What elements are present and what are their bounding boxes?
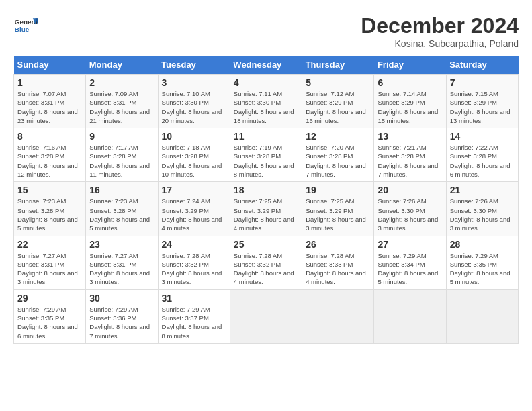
calendar-cell: 10Sunrise: 7:18 AMSunset: 3:28 PMDayligh… — [158, 128, 230, 182]
day-info: Sunrise: 7:23 AMSunset: 3:28 PMDaylight:… — [89, 197, 154, 232]
calendar-cell: 20Sunrise: 7:26 AMSunset: 3:30 PMDayligh… — [374, 182, 446, 236]
day-info: Sunrise: 7:28 AMSunset: 3:33 PMDaylight:… — [306, 251, 370, 287]
day-info: Sunrise: 7:20 AMSunset: 3:28 PMDaylight:… — [306, 143, 370, 179]
day-number: 11 — [234, 131, 298, 142]
header-day-monday: Monday — [86, 56, 158, 75]
day-info: Sunrise: 7:27 AMSunset: 3:31 PMDaylight:… — [89, 251, 154, 287]
day-number: 1 — [17, 77, 82, 88]
logo-icon: General Blue — [13, 13, 38, 38]
day-info: Sunrise: 7:21 AMSunset: 3:28 PMDaylight:… — [378, 143, 442, 179]
calendar-body: 1Sunrise: 7:07 AMSunset: 3:31 PMDaylight… — [14, 75, 519, 344]
day-info: Sunrise: 7:25 AMSunset: 3:29 PMDaylight:… — [234, 197, 298, 232]
day-number: 17 — [162, 185, 226, 195]
calendar-cell: 11Sunrise: 7:19 AMSunset: 3:28 PMDayligh… — [230, 128, 302, 182]
header-day-saturday: Saturday — [446, 56, 518, 75]
day-info: Sunrise: 7:18 AMSunset: 3:28 PMDaylight:… — [162, 143, 226, 179]
day-info: Sunrise: 7:16 AMSunset: 3:28 PMDaylight:… — [17, 143, 82, 179]
day-info: Sunrise: 7:29 AMSunset: 3:35 PMDaylight:… — [17, 305, 82, 340]
day-info: Sunrise: 7:24 AMSunset: 3:29 PMDaylight:… — [162, 197, 226, 232]
day-number: 24 — [162, 239, 226, 250]
day-info: Sunrise: 7:27 AMSunset: 3:31 PMDaylight:… — [17, 251, 82, 287]
day-number: 9 — [89, 131, 154, 142]
day-number: 27 — [378, 239, 442, 250]
calendar-cell: 15Sunrise: 7:23 AMSunset: 3:28 PMDayligh… — [14, 182, 86, 236]
calendar-cell: 3Sunrise: 7:10 AMSunset: 3:30 PMDaylight… — [158, 75, 230, 128]
calendar-cell: 14Sunrise: 7:22 AMSunset: 3:28 PMDayligh… — [446, 128, 518, 182]
day-number: 30 — [89, 293, 154, 304]
title-block: December 2024 Kosina, Subcarpathia, Pola… — [361, 13, 519, 49]
calendar-cell: 26Sunrise: 7:28 AMSunset: 3:33 PMDayligh… — [302, 236, 374, 289]
day-info: Sunrise: 7:10 AMSunset: 3:30 PMDaylight:… — [162, 89, 226, 125]
day-number: 20 — [378, 185, 442, 195]
calendar-table: SundayMondayTuesdayWednesdayThursdayFrid… — [13, 56, 519, 344]
day-info: Sunrise: 7:25 AMSunset: 3:29 PMDaylight:… — [306, 197, 370, 232]
day-info: Sunrise: 7:14 AMSunset: 3:29 PMDaylight:… — [378, 89, 442, 125]
day-info: Sunrise: 7:23 AMSunset: 3:28 PMDaylight:… — [17, 197, 82, 232]
day-info: Sunrise: 7:29 AMSunset: 3:35 PMDaylight:… — [450, 251, 515, 287]
day-info: Sunrise: 7:09 AMSunset: 3:31 PMDaylight:… — [89, 89, 154, 125]
day-info: Sunrise: 7:22 AMSunset: 3:28 PMDaylight:… — [450, 143, 515, 179]
calendar-cell: 5Sunrise: 7:12 AMSunset: 3:29 PMDaylight… — [302, 75, 374, 128]
calendar-cell: 7Sunrise: 7:15 AMSunset: 3:29 PMDaylight… — [446, 75, 518, 128]
calendar-cell: 25Sunrise: 7:28 AMSunset: 3:32 PMDayligh… — [230, 236, 302, 289]
day-number: 29 — [17, 293, 82, 304]
day-number: 14 — [450, 131, 515, 142]
logo: General Blue — [13, 13, 38, 38]
calendar-cell: 6Sunrise: 7:14 AMSunset: 3:29 PMDaylight… — [374, 75, 446, 128]
day-info: Sunrise: 7:12 AMSunset: 3:29 PMDaylight:… — [306, 89, 370, 125]
day-info: Sunrise: 7:26 AMSunset: 3:30 PMDaylight:… — [450, 197, 515, 232]
calendar-cell: 31Sunrise: 7:29 AMSunset: 3:37 PMDayligh… — [158, 289, 230, 343]
calendar-cell: 24Sunrise: 7:28 AMSunset: 3:32 PMDayligh… — [158, 236, 230, 289]
day-number: 2 — [89, 77, 154, 88]
day-number: 13 — [378, 131, 442, 142]
calendar-cell: 27Sunrise: 7:29 AMSunset: 3:34 PMDayligh… — [374, 236, 446, 289]
header-day-wednesday: Wednesday — [230, 56, 302, 75]
day-number: 6 — [378, 77, 442, 88]
calendar-cell — [302, 289, 374, 343]
day-info: Sunrise: 7:29 AMSunset: 3:34 PMDaylight:… — [378, 251, 442, 287]
calendar-cell: 8Sunrise: 7:16 AMSunset: 3:28 PMDaylight… — [14, 128, 86, 182]
day-info: Sunrise: 7:28 AMSunset: 3:32 PMDaylight:… — [162, 251, 226, 287]
day-info: Sunrise: 7:26 AMSunset: 3:30 PMDaylight:… — [378, 197, 442, 232]
day-number: 10 — [162, 131, 226, 142]
day-number: 7 — [450, 77, 515, 88]
calendar-cell: 18Sunrise: 7:25 AMSunset: 3:29 PMDayligh… — [230, 182, 302, 236]
calendar-week-2: 8Sunrise: 7:16 AMSunset: 3:28 PMDaylight… — [14, 128, 519, 182]
day-number: 25 — [234, 239, 298, 250]
day-info: Sunrise: 7:29 AMSunset: 3:37 PMDaylight:… — [162, 305, 226, 340]
calendar-cell: 4Sunrise: 7:11 AMSunset: 3:30 PMDaylight… — [230, 75, 302, 128]
calendar-week-4: 22Sunrise: 7:27 AMSunset: 3:31 PMDayligh… — [14, 236, 519, 289]
calendar-header: SundayMondayTuesdayWednesdayThursdayFrid… — [14, 56, 519, 75]
day-number: 21 — [450, 185, 515, 195]
calendar-cell — [446, 289, 518, 343]
header-day-thursday: Thursday — [302, 56, 374, 75]
header-day-tuesday: Tuesday — [158, 56, 230, 75]
day-number: 23 — [89, 239, 154, 250]
day-info: Sunrise: 7:19 AMSunset: 3:28 PMDaylight:… — [234, 143, 298, 179]
day-number: 16 — [89, 185, 154, 195]
day-number: 19 — [306, 185, 370, 195]
calendar-cell: 2Sunrise: 7:09 AMSunset: 3:31 PMDaylight… — [86, 75, 158, 128]
calendar-week-3: 15Sunrise: 7:23 AMSunset: 3:28 PMDayligh… — [14, 182, 519, 236]
day-info: Sunrise: 7:11 AMSunset: 3:30 PMDaylight:… — [234, 89, 298, 125]
day-number: 12 — [306, 131, 370, 142]
day-info: Sunrise: 7:17 AMSunset: 3:28 PMDaylight:… — [89, 143, 154, 179]
day-number: 8 — [17, 131, 82, 142]
day-number: 28 — [450, 239, 515, 250]
calendar-week-1: 1Sunrise: 7:07 AMSunset: 3:31 PMDaylight… — [14, 75, 519, 128]
day-number: 15 — [17, 185, 82, 195]
day-info: Sunrise: 7:07 AMSunset: 3:31 PMDaylight:… — [17, 89, 82, 125]
calendar-cell: 21Sunrise: 7:26 AMSunset: 3:30 PMDayligh… — [446, 182, 518, 236]
calendar-week-5: 29Sunrise: 7:29 AMSunset: 3:35 PMDayligh… — [14, 289, 519, 343]
day-number: 4 — [234, 77, 298, 88]
calendar-cell: 23Sunrise: 7:27 AMSunset: 3:31 PMDayligh… — [86, 236, 158, 289]
calendar-cell: 9Sunrise: 7:17 AMSunset: 3:28 PMDaylight… — [86, 128, 158, 182]
calendar-cell: 16Sunrise: 7:23 AMSunset: 3:28 PMDayligh… — [86, 182, 158, 236]
calendar-cell — [230, 289, 302, 343]
calendar-cell: 17Sunrise: 7:24 AMSunset: 3:29 PMDayligh… — [158, 182, 230, 236]
calendar-cell: 29Sunrise: 7:29 AMSunset: 3:35 PMDayligh… — [14, 289, 86, 343]
calendar-cell: 13Sunrise: 7:21 AMSunset: 3:28 PMDayligh… — [374, 128, 446, 182]
calendar-cell: 30Sunrise: 7:29 AMSunset: 3:36 PMDayligh… — [86, 289, 158, 343]
header-day-sunday: Sunday — [14, 56, 86, 75]
day-info: Sunrise: 7:29 AMSunset: 3:36 PMDaylight:… — [89, 305, 154, 340]
